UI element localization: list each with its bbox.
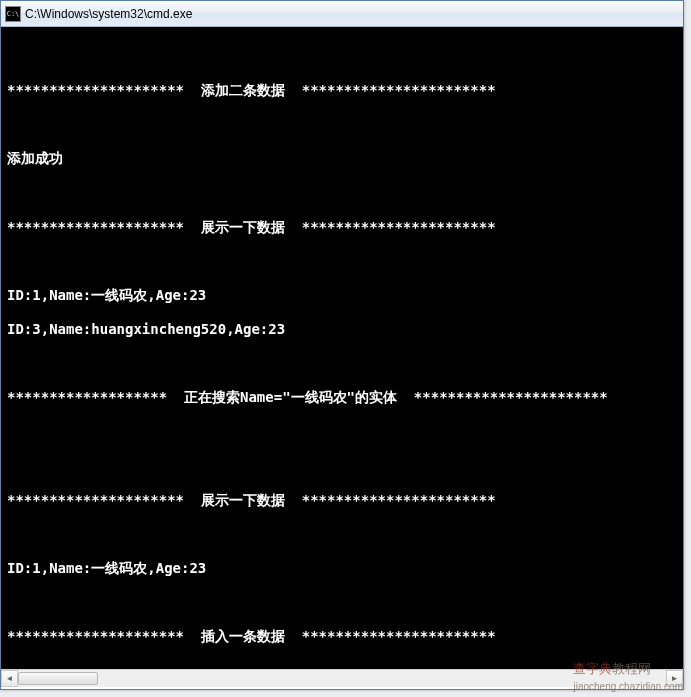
console-line [7, 526, 677, 543]
cmd-window: C:\ C:\Windows\system32\cmd.exe ********… [0, 0, 684, 690]
console-line [7, 116, 677, 133]
console-line: ********************* 展示一下数据 ***********… [7, 492, 677, 509]
scroll-right-arrow-icon[interactable]: ► [666, 670, 683, 687]
console-line: 添加成功 [7, 150, 677, 167]
console-line: ID:3,Name:huangxincheng520,Age:23 [7, 321, 677, 338]
console-line [7, 355, 677, 372]
console-line: ID:1,Name:一线码农,Age:23 [7, 287, 677, 304]
titlebar[interactable]: C:\ C:\Windows\system32\cmd.exe [1, 1, 683, 27]
console-line: ******************* 正在搜索Name="一线码农"的实体 *… [7, 389, 677, 406]
horizontal-scrollbar[interactable]: ◄ ► [1, 669, 683, 686]
console-line: ********************* 插入一条数据 ***********… [7, 628, 677, 645]
console-line [7, 423, 677, 440]
console-line [7, 594, 677, 611]
window-title: C:\Windows\system32\cmd.exe [25, 7, 192, 21]
console-line [7, 253, 677, 270]
scroll-left-arrow-icon[interactable]: ◄ [1, 670, 18, 687]
console-line [7, 662, 677, 669]
scroll-thumb[interactable] [18, 672, 98, 685]
console-line: ********************* 添加二条数据 ***********… [7, 82, 677, 99]
scroll-track[interactable] [18, 670, 666, 687]
cmd-icon: C:\ [5, 6, 21, 22]
console-line: ID:1,Name:一线码农,Age:23 [7, 560, 677, 577]
console-line [7, 457, 677, 474]
console-line [7, 185, 677, 202]
console-line [7, 48, 677, 65]
console-output[interactable]: ********************* 添加二条数据 ***********… [1, 27, 683, 669]
console-line: ********************* 展示一下数据 ***********… [7, 219, 677, 236]
